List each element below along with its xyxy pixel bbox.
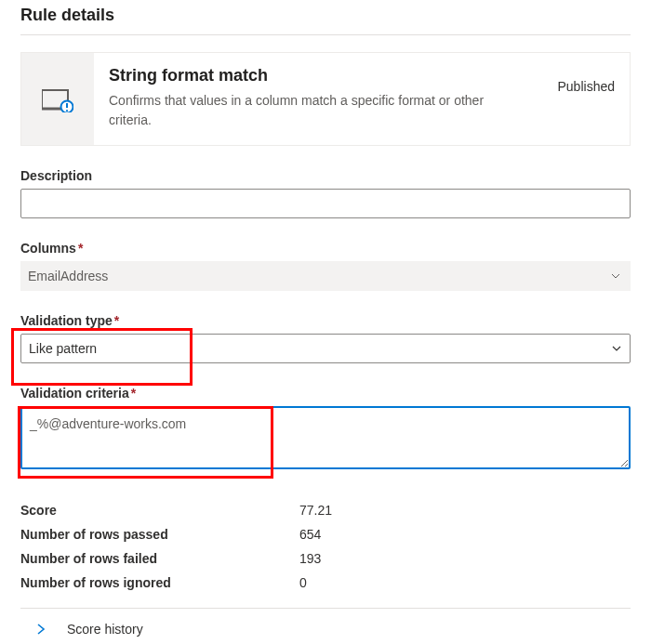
columns-select[interactable]: EmailAddress — [20, 261, 631, 291]
validation-criteria-label: Validation criteria* — [20, 386, 631, 401]
metric-row: Number of rows failed 193 — [20, 546, 631, 571]
metric-label: Number of rows failed — [20, 551, 299, 566]
chevron-right-icon — [35, 624, 46, 635]
string-format-icon — [42, 86, 73, 112]
metrics-table: Score 77.21 Number of rows passed 654 Nu… — [20, 498, 631, 595]
description-label: Description — [20, 168, 631, 183]
metric-row: Score 77.21 — [20, 498, 631, 522]
columns-label: Columns* — [20, 241, 631, 256]
metric-label: Score — [20, 503, 299, 518]
metric-value: 193 — [299, 551, 321, 566]
svg-point-4 — [66, 109, 68, 111]
score-history-label: Score history — [67, 622, 143, 637]
rule-icon-box — [21, 53, 94, 145]
chevron-down-icon — [611, 343, 622, 354]
rule-title: String format match — [109, 66, 549, 85]
rule-card: String format match Confirms that values… — [20, 52, 631, 146]
metric-label: Number of rows passed — [20, 527, 299, 542]
description-input[interactable] — [20, 189, 631, 218]
score-history-toggle[interactable]: Score history — [20, 609, 631, 644]
page-title: Rule details — [20, 0, 631, 34]
validation-criteria-input[interactable] — [20, 406, 631, 469]
metric-label: Number of rows ignored — [20, 575, 299, 590]
chevron-down-icon — [610, 270, 621, 282]
divider — [20, 34, 631, 35]
rule-description: Confirms that values in a column match a… — [109, 91, 509, 130]
validation-type-select[interactable]: Like pattern — [20, 334, 631, 363]
columns-value: EmailAddress — [28, 269, 610, 283]
metric-value: 77.21 — [299, 503, 332, 518]
validation-type-value: Like pattern — [29, 341, 611, 356]
metric-row: Number of rows passed 654 — [20, 522, 631, 546]
metric-value: 654 — [299, 527, 321, 542]
metric-row: Number of rows ignored 0 — [20, 571, 631, 595]
metric-value: 0 — [299, 575, 307, 590]
rule-status: Published — [549, 66, 616, 94]
validation-type-label: Validation type* — [20, 313, 631, 328]
